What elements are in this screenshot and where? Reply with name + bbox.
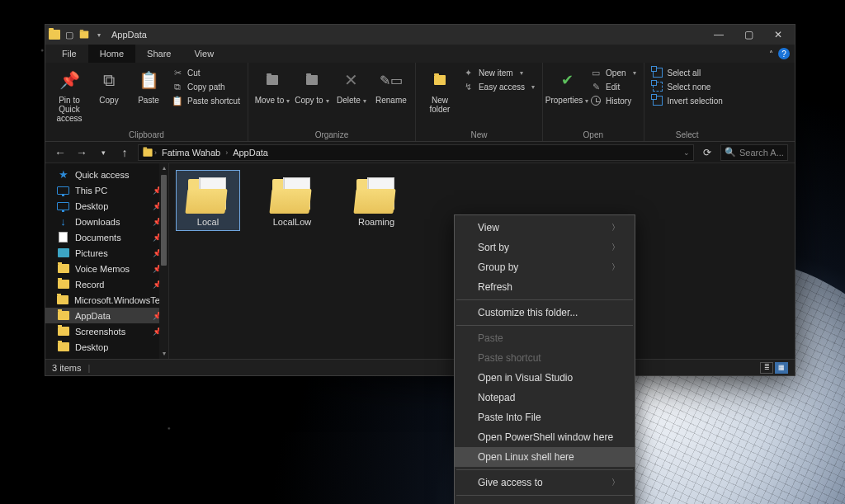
- context-menu-separator: [456, 325, 633, 326]
- properties-button[interactable]: ✔ Properties▾: [548, 64, 586, 106]
- qat-newfolder-icon[interactable]: [77, 27, 92, 42]
- ribbon-group-new: New folder ✦New item▾ ↯Easy access▾ New: [416, 63, 543, 141]
- new-item-button[interactable]: ✦New item▾: [460, 66, 537, 79]
- copy-to-button[interactable]: Copy to▾: [293, 64, 331, 106]
- paste-label: Paste: [138, 96, 159, 105]
- ctx-sort-by[interactable]: Sort by 〉: [455, 238, 635, 257]
- ctx-item-label: Notepad: [478, 392, 515, 403]
- copy-button[interactable]: ⧉ Copy: [90, 64, 128, 105]
- new-folder-button[interactable]: New folder: [421, 64, 459, 114]
- sidebar-item-label: Pictures: [75, 248, 108, 258]
- sidebar-item-voice-memos[interactable]: Voice Memos 📌: [45, 261, 168, 276]
- chevron-right-icon: 〉: [611, 242, 620, 253]
- tab-home[interactable]: Home: [88, 45, 135, 63]
- ctx-paste-into-file[interactable]: Paste Into File: [455, 407, 635, 427]
- folder-icon: [57, 294, 68, 305]
- pic-icon: [57, 247, 69, 258]
- view-icons-button[interactable]: ▦: [775, 362, 788, 374]
- context-menu-separator: [456, 495, 633, 496]
- scrollbar-thumb[interactable]: [161, 175, 167, 266]
- sidebar-item-appdata[interactable]: AppData 📌: [45, 308, 168, 323]
- folder-icon: [57, 263, 69, 274]
- sidebar-item-quick-access[interactable]: ★ Quick access: [45, 167, 168, 182]
- sidebar-item-desktop[interactable]: Desktop: [45, 339, 168, 355]
- sidebar-item-desktop[interactable]: Desktop 📌: [45, 198, 168, 214]
- invert-selection-icon: [652, 95, 663, 106]
- ctx-refresh[interactable]: Refresh: [455, 277, 635, 297]
- group-label-organize: Organize: [253, 129, 410, 141]
- folder-local[interactable]: Local: [176, 170, 240, 231]
- refresh-button[interactable]: ⟳: [699, 144, 715, 161]
- nav-back-button[interactable]: ←: [52, 144, 68, 161]
- sidebar-item-screenshots[interactable]: Screenshots 📌: [45, 323, 168, 339]
- maximize-button[interactable]: ▢: [734, 25, 763, 45]
- breadcrumb-dropdown-icon[interactable]: ⌄: [683, 148, 690, 157]
- ctx-open-in-visual-studio[interactable]: Open in Visual Studio: [455, 368, 635, 388]
- qat-dropdown-icon[interactable]: ▾: [92, 27, 106, 42]
- sidebar-item-record[interactable]: Record 📌: [45, 276, 168, 292]
- ctx-give-access-to[interactable]: Give access to 〉: [455, 473, 635, 492]
- rename-button[interactable]: ✎▭ Rename: [372, 64, 410, 105]
- history-button[interactable]: History: [588, 94, 638, 107]
- ctx-view[interactable]: View 〉: [455, 218, 635, 238]
- invert-selection-button[interactable]: Invert selection: [649, 94, 725, 107]
- tab-share[interactable]: Share: [135, 45, 182, 63]
- sidebar: ★ Quick access This PC 📌 Desktop 📌 ↓ Dow…: [45, 163, 169, 359]
- search-input[interactable]: 🔍 Search A...: [720, 144, 788, 161]
- sidebar-item-label: Screenshots: [75, 327, 125, 337]
- cut-button[interactable]: ✂Cut: [169, 66, 243, 79]
- sidebar-item-label: Quick access: [75, 170, 129, 180]
- tab-view[interactable]: View: [182, 45, 225, 63]
- chevron-down-icon: ▾: [286, 97, 290, 105]
- delete-button[interactable]: ✕ Delete▾: [333, 64, 371, 106]
- open-button[interactable]: ▭Open▾: [588, 66, 638, 79]
- ctx-item-label: Refresh: [478, 281, 512, 293]
- sidebar-item-label: AppData: [75, 311, 111, 321]
- folder-locallow[interactable]: LocalLow: [260, 170, 324, 231]
- breadcrumb[interactable]: › Fatima Wahab › AppData ⌄: [138, 144, 694, 161]
- scroll-down-icon[interactable]: ▾: [159, 349, 168, 359]
- ctx-open-powershell-window-here[interactable]: Open PowerShell window here: [455, 427, 635, 447]
- scroll-up-icon[interactable]: ▴: [159, 163, 168, 173]
- folder-icon: [57, 279, 69, 290]
- doc-icon: [57, 232, 69, 243]
- minimize-button[interactable]: —: [704, 25, 734, 45]
- paste-button[interactable]: 📋 Paste: [130, 64, 168, 105]
- ctx-group-by[interactable]: Group by 〉: [455, 257, 635, 277]
- ctx-customize-this-folder[interactable]: Customize this folder...: [455, 303, 635, 323]
- breadcrumb-segment[interactable]: Fatima Wahab: [158, 148, 224, 158]
- copy-path-button[interactable]: ⧉Copy path: [169, 80, 243, 93]
- sidebar-item-pictures[interactable]: Pictures 📌: [45, 245, 168, 261]
- move-to-button[interactable]: Move to▾: [253, 64, 291, 106]
- folder-roaming[interactable]: Roaming: [344, 170, 408, 231]
- ctx-new[interactable]: New 〉: [455, 498, 635, 504]
- qat-properties-icon[interactable]: ▢: [62, 27, 77, 42]
- chevron-right-icon: ›: [154, 148, 157, 157]
- sidebar-item-this-pc[interactable]: This PC 📌: [45, 182, 168, 198]
- paste-shortcut-button[interactable]: 📋Paste shortcut: [169, 94, 243, 107]
- pin-quick-access-button[interactable]: 📌 Pin to Quick access: [50, 64, 88, 123]
- edit-button[interactable]: ✎Edit: [588, 80, 638, 93]
- ctx-notepad[interactable]: Notepad: [455, 388, 635, 407]
- chevron-down-icon: ▾: [531, 83, 535, 91]
- sidebar-scrollbar[interactable]: ▴ ▾: [159, 163, 168, 359]
- collapse-ribbon-icon[interactable]: ˄: [769, 49, 773, 59]
- sidebar-item-microsoft-windowste[interactable]: Microsoft.WindowsTe 📌: [45, 292, 168, 308]
- address-bar: ← → ▾ ↑ › Fatima Wahab › AppData ⌄ ⟳ 🔍 S…: [45, 142, 795, 163]
- easy-access-button[interactable]: ↯Easy access▾: [460, 80, 537, 93]
- nav-recent-button[interactable]: ▾: [95, 144, 111, 161]
- sidebar-item-downloads[interactable]: ↓ Downloads 📌: [45, 214, 168, 229]
- nav-forward-button[interactable]: →: [73, 144, 90, 161]
- view-details-button[interactable]: ≣: [760, 362, 773, 374]
- select-none-button[interactable]: Select none: [649, 80, 725, 93]
- copy-icon: ⧉: [103, 66, 115, 94]
- ctx-open-linux-shell-here[interactable]: Open Linux shell here: [455, 447, 635, 467]
- close-button[interactable]: ✕: [763, 25, 793, 45]
- tab-file[interactable]: File: [50, 45, 88, 63]
- select-all-button[interactable]: Select all: [649, 66, 725, 79]
- sidebar-item-documents[interactable]: Documents 📌: [45, 229, 168, 245]
- help-icon[interactable]: ?: [778, 48, 790, 59]
- folder-label: Roaming: [358, 217, 394, 227]
- breadcrumb-segment[interactable]: AppData: [229, 148, 272, 158]
- nav-up-button[interactable]: ↑: [116, 144, 133, 161]
